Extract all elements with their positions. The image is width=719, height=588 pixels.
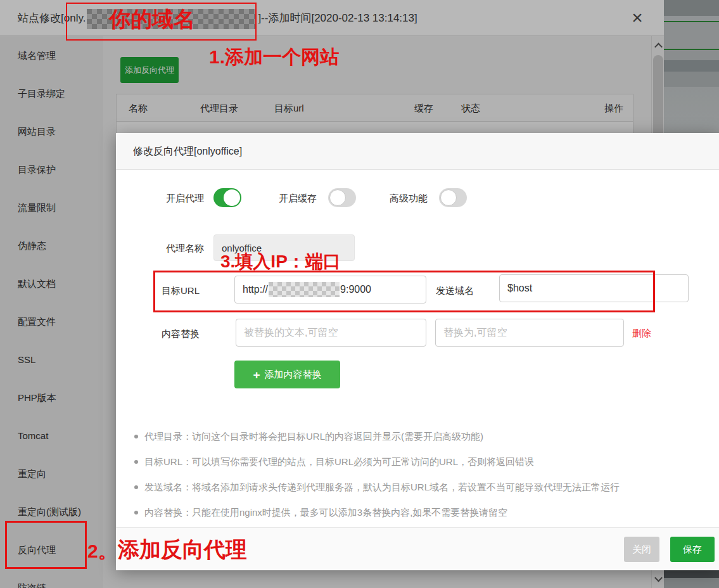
add-content-replace-button[interactable]: + 添加内容替换 xyxy=(234,361,340,388)
enable-cache-label: 开启缓存 xyxy=(279,193,317,205)
add-content-replace-label: 添加内容替换 xyxy=(265,369,322,381)
replace-from-input[interactable] xyxy=(236,319,426,347)
advanced-features-label: 高级功能 xyxy=(390,193,428,205)
modal-header: 修改反向代理[onlyoffice] xyxy=(116,133,719,170)
delete-replace-link[interactable]: 删除 xyxy=(632,328,651,340)
replace-to-input[interactable] xyxy=(435,319,624,347)
bullet-icon xyxy=(134,435,138,438)
toggle-knob xyxy=(440,189,457,206)
bullet-icon xyxy=(134,511,138,514)
bullet-icon xyxy=(134,460,138,464)
note-text: 内容替换：只能在使用nginx时提供，最多可以添加3条替换内容,如果不需要替换请… xyxy=(144,507,507,519)
note-item: 目标URL：可以填写你需要代理的站点，目标URL必须为可正常访问的URL，否则将… xyxy=(134,449,620,475)
annotation-box-reverse-proxy xyxy=(5,521,87,569)
advanced-features-toggle[interactable] xyxy=(439,188,467,207)
save-button[interactable]: 保存 xyxy=(670,537,715,562)
modal-title: 修改反向代理[onlyoffice] xyxy=(133,133,242,170)
help-notes: 代理目录：访问这个目录时将会把目标URL的内容返回并显示(需要开启高级功能) 目… xyxy=(134,424,620,525)
annotation-box-url-row xyxy=(153,271,655,312)
note-item: 内容替换：只能在使用nginx时提供，最多可以添加3条替换内容,如果不需要替换请… xyxy=(134,500,620,525)
annotation-step2: 添加反向代理 xyxy=(118,535,247,565)
annotation-step2-number: 2。 xyxy=(87,539,117,565)
toggle-knob xyxy=(224,189,240,206)
bullet-icon xyxy=(134,485,138,489)
note-text: 代理目录：访问这个目录时将会把目标URL的内容返回并显示(需要开启高级功能) xyxy=(144,431,483,443)
note-text: 目标URL：可以填写你需要代理的站点，目标URL必须为可正常访问的URL，否则将… xyxy=(144,456,534,468)
enable-proxy-toggle[interactable] xyxy=(213,188,241,207)
note-text: 发送域名：将域名添加到请求头传递到代理服务器，默认为目标URL域名，若设置不当可… xyxy=(144,482,620,494)
plus-icon: + xyxy=(253,369,260,381)
annotation-step3: 3.填入IP：端口 xyxy=(220,250,341,274)
note-item: 代理目录：访问这个目录时将会把目标URL的内容返回并显示(需要开启高级功能) xyxy=(134,424,620,449)
note-item: 发送域名：将域名添加到请求头传递到代理服务器，默认为目标URL域名，若设置不当可… xyxy=(134,475,620,500)
proxy-name-label: 代理名称 xyxy=(166,243,204,255)
screen: 站点修改[only.]--添加时间[2020-02-13 13:14:13] ×… xyxy=(0,0,719,588)
annotation-step1: 1.添加一个网站 xyxy=(209,44,339,70)
edit-reverse-proxy-modal: 修改反向代理[onlyoffice] 开启代理 开启缓存 高级功能 代理名称 o… xyxy=(116,133,719,570)
content-replace-label: 内容替换 xyxy=(162,328,200,340)
close-button[interactable]: 关闭 xyxy=(624,537,659,562)
annotation-your-domain: 你的域名 xyxy=(109,5,195,34)
toggle-knob xyxy=(329,189,346,206)
enable-cache-toggle[interactable] xyxy=(328,188,356,207)
enable-proxy-label: 开启代理 xyxy=(166,193,204,205)
